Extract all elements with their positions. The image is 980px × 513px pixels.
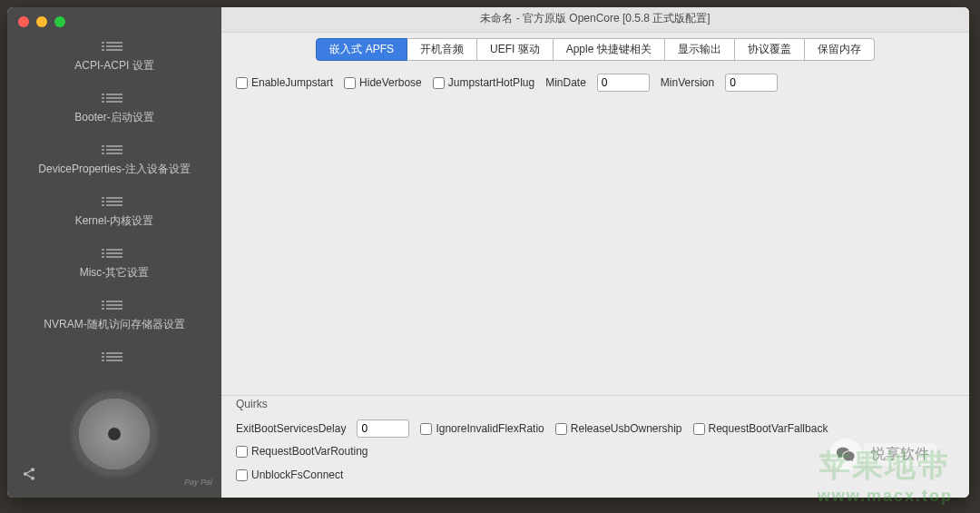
release-usb-ownership-label[interactable]: ReleaseUsbOwnership <box>555 422 682 435</box>
tab-audio[interactable]: 开机音频 <box>407 38 477 61</box>
tabbar: 嵌入式 APFS 开机音频 UEFI 驱动 Apple 快捷键相关 显示输出 协… <box>221 33 969 68</box>
jumpstart-hotplug-label[interactable]: JumpstartHotPlug <box>433 76 534 89</box>
request-bootvar-routing-label[interactable]: RequestBootVarRouting <box>236 445 368 458</box>
enable-jumpstart-label[interactable]: EnableJumpstart <box>236 76 333 89</box>
sidebar-item-booter[interactable]: Booter-启动设置 <box>7 84 221 136</box>
list-icon <box>106 249 122 261</box>
sidebar-item-label: Kernel-内核设置 <box>75 214 154 227</box>
sidebar-item-label: NVRAM-随机访问存储器设置 <box>44 318 184 330</box>
exit-boot-delay-input[interactable] <box>357 419 409 438</box>
tab-output[interactable]: 显示输出 <box>665 38 735 61</box>
unblock-fsconnect-text: UnblockFsConnect <box>251 469 343 481</box>
ignore-invalid-flexratio-checkbox[interactable] <box>420 423 432 435</box>
hide-verbose-checkbox[interactable] <box>344 77 356 89</box>
tab-reserved-memory[interactable]: 保留内存 <box>805 38 875 61</box>
sidebar-item-nvram[interactable]: NVRAM-随机访问存储器设置 <box>7 291 221 343</box>
svg-point-0 <box>31 468 34 471</box>
paypal-label[interactable]: Pay Pal <box>184 478 212 487</box>
list-icon <box>106 352 122 365</box>
release-usb-ownership-checkbox[interactable] <box>555 423 567 435</box>
hide-verbose-label[interactable]: HideVerbose <box>344 76 422 89</box>
min-date-input[interactable] <box>597 74 650 92</box>
quirks-title: Quirks <box>221 395 969 414</box>
sidebar-item-label: DeviceProperties-注入设备设置 <box>38 163 190 175</box>
request-bootvar-fallback-text: RequestBootVarFallback <box>709 422 828 435</box>
wechat-label: 悦享软件 <box>864 443 936 466</box>
sidebar-item-platforminfo[interactable]: PlatformInfo-机型平台设置 <box>7 343 221 370</box>
share-icon[interactable] <box>22 467 36 485</box>
jumpstart-hotplug-text: JumpstartHotPlug <box>448 76 534 89</box>
wechat-icon <box>829 439 862 471</box>
list-icon <box>106 145 122 158</box>
request-bootvar-fallback-label[interactable]: RequestBootVarFallback <box>693 422 828 435</box>
list-icon <box>106 94 122 106</box>
content-spacer <box>221 97 969 395</box>
sidebar-footer: Pay Pal <box>7 370 221 498</box>
apfs-options-row: EnableJumpstart HideVerbose JumpstartHot… <box>221 68 969 97</box>
list-icon <box>106 42 122 54</box>
close-button[interactable] <box>18 16 29 27</box>
ignore-invalid-flexratio-text: IgnoreInvalidFlexRatio <box>436 422 544 435</box>
sidebar: ACPI-ACPI 设置 Booter-启动设置 DevicePropertie… <box>7 7 221 498</box>
ignore-invalid-flexratio-label[interactable]: IgnoreInvalidFlexRatio <box>420 422 544 435</box>
sidebar-item-kernel[interactable]: Kernel-内核设置 <box>7 188 221 240</box>
hide-verbose-text: HideVerbose <box>359 76 422 89</box>
sidebar-item-misc[interactable]: Misc-其它设置 <box>7 240 221 291</box>
unblock-fsconnect-label[interactable]: UnblockFsConnect <box>236 469 343 481</box>
tab-apple-hotkeys[interactable]: Apple 快捷键相关 <box>554 38 665 61</box>
svg-point-1 <box>24 472 27 476</box>
window-title: 未命名 - 官方原版 OpenCore [0.5.8 正式版配置] <box>221 7 969 33</box>
unblock-fsconnect-checkbox[interactable] <box>236 469 248 481</box>
dial-decoration <box>69 389 160 479</box>
exit-boot-delay-label: ExitBootServicesDelay <box>236 422 346 435</box>
tab-protocol-override[interactable]: 协议覆盖 <box>735 38 805 61</box>
sidebar-item-acpi[interactable]: ACPI-ACPI 设置 <box>7 33 221 84</box>
min-date-label: MinDate <box>545 76 586 89</box>
enable-jumpstart-checkbox[interactable] <box>236 77 248 89</box>
window-controls <box>7 7 221 33</box>
min-version-input[interactable] <box>725 74 778 92</box>
tab-apfs[interactable]: 嵌入式 APFS <box>316 38 407 61</box>
content-area: 未命名 - 官方原版 OpenCore [0.5.8 正式版配置] 嵌入式 AP… <box>221 7 969 498</box>
app-window: ACPI-ACPI 设置 Booter-启动设置 DevicePropertie… <box>7 7 969 498</box>
list-icon <box>106 301 122 313</box>
request-bootvar-fallback-checkbox[interactable] <box>693 423 705 435</box>
release-usb-ownership-text: ReleaseUsbOwnership <box>571 422 682 435</box>
sidebar-item-deviceproperties[interactable]: DeviceProperties-注入设备设置 <box>7 136 221 188</box>
enable-jumpstart-text: EnableJumpstart <box>251 76 333 89</box>
svg-point-2 <box>31 477 34 480</box>
min-version-label: MinVersion <box>661 76 714 89</box>
list-icon <box>106 197 122 210</box>
request-bootvar-routing-text: RequestBootVarRouting <box>251 445 368 458</box>
sidebar-item-label: Booter-启动设置 <box>74 111 153 123</box>
jumpstart-hotplug-checkbox[interactable] <box>433 77 445 89</box>
request-bootvar-routing-checkbox[interactable] <box>236 446 248 458</box>
minimize-button[interactable] <box>36 16 47 27</box>
tab-uefi-drivers[interactable]: UEFI 驱动 <box>477 38 554 61</box>
sidebar-item-label: ACPI-ACPI 设置 <box>74 59 153 72</box>
sidebar-items: ACPI-ACPI 设置 Booter-启动设置 DevicePropertie… <box>7 33 221 370</box>
sidebar-item-label: Misc-其它设置 <box>80 266 150 279</box>
maximize-button[interactable] <box>54 16 65 27</box>
